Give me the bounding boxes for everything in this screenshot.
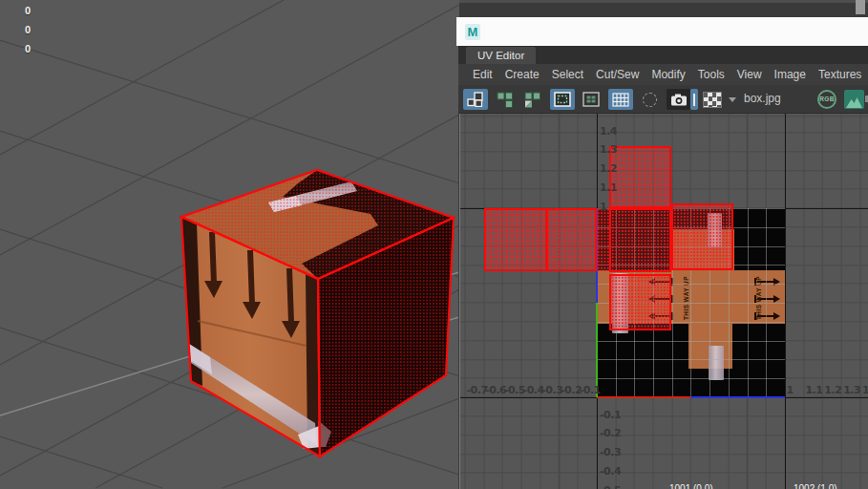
u-axis-segment (597, 396, 690, 398)
shells-split-icon[interactable] (520, 89, 545, 110)
perspective-viewport[interactable]: 000 (0, 0, 459, 489)
scrollbar-sliver (856, 0, 865, 14)
menu-view[interactable]: View (737, 68, 762, 81)
uv-shell-strip[interactable] (597, 208, 609, 271)
menu-bar: EditCreateSelectCut/SewModifyToolsViewIm… (458, 64, 868, 85)
x-axis-label-1.4: 1.4 (862, 384, 868, 396)
uv-shell-top[interactable] (609, 146, 671, 208)
y-axis-label-1.3: 1.3 (600, 143, 617, 156)
tile-label-0: 1001 (0,0) (669, 483, 713, 489)
uv-shell-divider (545, 208, 548, 271)
pixel-grid-icon[interactable] (608, 89, 633, 110)
y-axis-label-1.4: 1.4 (600, 125, 617, 138)
x-axis-label-1: 1 (787, 384, 794, 396)
tile-border-bottom (690, 396, 785, 398)
uv-shell-left-pair[interactable] (484, 208, 597, 271)
y-axis-label-1: 1 (600, 201, 606, 213)
menu-image[interactable]: Image (774, 68, 806, 81)
window-titlebar[interactable]: M (456, 17, 868, 46)
texture-name-label[interactable]: box.jpg (744, 92, 781, 105)
tab-bar: UV Editor (458, 46, 868, 64)
dashed-circle-icon[interactable] (637, 89, 662, 110)
y-axis-label--0.4: -0.4 (600, 465, 621, 478)
box-mesh[interactable] (181, 170, 454, 457)
camera-icon[interactable] (667, 89, 690, 110)
x-axis-label-1.1: 1.1 (805, 384, 822, 396)
uv-shell-middle-upper[interactable] (609, 208, 671, 272)
uv-editor-window: M UV Editor EditCreateSelectCut/SewModif… (458, 17, 868, 489)
hud-value-0: 0 (25, 5, 31, 16)
y-axis-label-1.2: 1.2 (600, 162, 617, 175)
maya-screenshot: 000 M UV Editor EditCreateSelectCut/SewM… (0, 0, 868, 489)
uv-shell-middle-lower[interactable] (609, 274, 671, 330)
rgb-channels-icon[interactable]: RGB (817, 90, 836, 109)
menu-modify[interactable]: Modify (651, 68, 685, 81)
menu-cutsew[interactable]: Cut/Sew (596, 68, 639, 81)
hud-value-2: 0 (25, 43, 31, 54)
uv-canvas[interactable]: THIS WAY UP THIS WAY UP -0. (459, 114, 868, 489)
hud-value-1: 0 (25, 24, 31, 35)
menu-textures[interactable]: Textures (818, 68, 861, 81)
menu-create[interactable]: Create (505, 68, 540, 81)
maya-app-icon: M (465, 24, 480, 40)
menu-edit[interactable]: Edit (473, 68, 493, 81)
tab-uv-editor[interactable]: UV Editor (466, 47, 536, 64)
shells-green-icon[interactable] (493, 89, 518, 110)
menu-tools[interactable]: Tools (698, 68, 725, 81)
tile-label-1: 1002 (1,0) (794, 483, 837, 489)
x-axis-label-1.2: 1.2 (824, 384, 841, 396)
x-axis-label-1.3: 1.3 (843, 384, 860, 396)
camera-toggle-icon[interactable] (690, 89, 698, 110)
y-axis-label--0.1: -0.1 (600, 409, 621, 421)
y-axis-label--0.5: -0.5 (600, 484, 621, 489)
image-border-dim-icon[interactable] (579, 89, 603, 110)
uv-shell-right[interactable] (671, 203, 733, 270)
menu-select[interactable]: Select (552, 68, 583, 81)
image-display-icon[interactable] (844, 90, 864, 109)
uv-shell-border-icon[interactable] (463, 89, 488, 110)
dropdown-caret-icon[interactable] (729, 97, 736, 102)
y-axis-label--0.3: -0.3 (600, 446, 621, 458)
viewport-canvas (0, 0, 459, 489)
y-axis-label-1.1: 1.1 (600, 181, 617, 194)
toolbar: box.jpg RGB (458, 85, 868, 114)
image-border-icon[interactable] (550, 89, 575, 110)
checker-icon[interactable] (700, 89, 725, 110)
y-axis-label--0.2: -0.2 (600, 427, 621, 439)
background-panel-strip (459, 0, 868, 17)
x-axis-label--0.1: -0.1 (580, 384, 601, 396)
